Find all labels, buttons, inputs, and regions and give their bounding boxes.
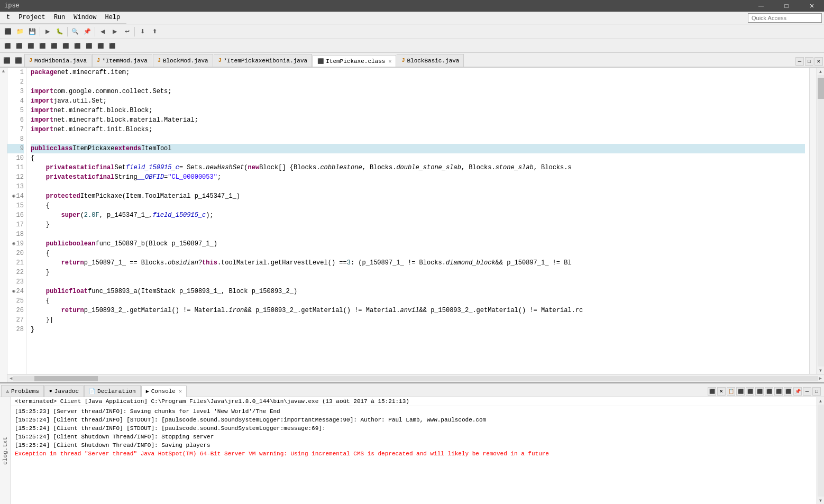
tab-modhib[interactable]: J ModHibonia.java <box>24 54 91 67</box>
console-pin-btn[interactable]: 📌 <box>793 387 802 396</box>
console-line-error: Exception in thread "Server thread" Java… <box>15 450 812 458</box>
menu-item-help[interactable]: Help <box>100 12 124 23</box>
console-maximize-btn[interactable]: □ <box>812 387 821 396</box>
toolbar2-btn4[interactable]: ⬛ <box>37 41 48 51</box>
toolbar2-btn7[interactable]: ⬛ <box>72 41 83 51</box>
toolbar-sep-4 <box>134 27 135 36</box>
console-btn7[interactable]: ⬛ <box>765 387 773 396</box>
bottom-tab-declaration-label: Declaration <box>97 388 136 395</box>
line-num-9: 9 <box>7 144 24 153</box>
hscroll-track[interactable] <box>13 376 818 381</box>
vscroll-track[interactable] <box>818 75 824 366</box>
toolbar-btn-open[interactable]: 📁 <box>14 26 26 38</box>
code-line-25: { <box>31 296 805 306</box>
code-editor[interactable]: package net.minecraft.item; import com.g… <box>26 68 809 374</box>
console-vscroll-down[interactable]: ▼ <box>817 497 825 504</box>
console-terminate-btn[interactable]: ⬛ <box>708 387 716 396</box>
toolbar2-btn8[interactable]: ⬛ <box>84 41 94 51</box>
console-btn4[interactable]: ⬛ <box>736 387 745 396</box>
console-copy-btn[interactable]: 📋 <box>727 387 735 396</box>
editor-scroll-area[interactable]: 1 2 3 4 5 6 7 8 9 10 11 12 13 ◉14 <box>7 68 824 382</box>
console-vscrollbar[interactable]: ▲ ▼ <box>817 397 824 504</box>
code-line-18 <box>31 230 805 239</box>
tab-itempickhib[interactable]: J *ItemPickaxeHibonia.java <box>214 54 312 67</box>
toolbar2-btn6[interactable]: ⬛ <box>60 41 71 51</box>
tab-minimize-btn[interactable]: ─ <box>795 57 804 66</box>
bottom-tab-declaration[interactable]: 📄 Declaration <box>84 385 141 397</box>
console-btn9[interactable]: ⬛ <box>784 387 792 396</box>
menu-item-project[interactable]: Project <box>14 12 49 23</box>
code-line-4: import java.util.Set; <box>31 96 805 106</box>
right-vscrollbar[interactable]: ▲ ▼ <box>817 68 824 374</box>
toolbar2-btn1[interactable]: ⬛ <box>2 41 13 51</box>
bottom-tab-problems[interactable]: ⚠ Problems <box>1 385 44 397</box>
toolbar2-btn2[interactable]: ⬛ <box>14 41 24 51</box>
menu-item-window[interactable]: Window <box>69 12 100 23</box>
tab-maximize-btn[interactable]: □ <box>805 57 813 66</box>
vscroll-up-btn[interactable]: ▲ <box>817 68 825 75</box>
console-vscroll-up[interactable]: ▲ <box>817 397 825 405</box>
minimize-button[interactable]: ─ <box>749 0 773 12</box>
console-btn6[interactable]: ⬛ <box>755 387 764 396</box>
tab-itempick-close[interactable]: ✕ <box>388 58 391 65</box>
toolbar-btn-save[interactable]: 💾 <box>26 26 38 38</box>
bottom-tab-console[interactable]: ▶ Console ✕ <box>141 386 187 397</box>
tab-blockbasic[interactable]: J BlockBasic.java <box>397 54 464 67</box>
hscroll-left-btn[interactable]: ◀ <box>8 375 13 381</box>
hscrollbar[interactable]: ◀ ▶ <box>7 374 824 382</box>
tab-itemmod[interactable]: J *ItemMod.java <box>92 54 152 67</box>
console-line-4: [15:25:24] [Client Shutdown Thread/INFO]… <box>15 433 812 441</box>
bottom-tab-javadoc[interactable]: ● Javadoc <box>44 385 84 397</box>
vscroll-down-btn[interactable]: ▼ <box>817 366 825 374</box>
toolbar-btn-last-edit[interactable]: ↩ <box>121 26 133 38</box>
maximize-button[interactable]: □ <box>774 0 799 12</box>
vscroll-thumb[interactable] <box>818 78 824 99</box>
console-minimize-btn[interactable]: ─ <box>803 387 811 396</box>
hscroll-thumb[interactable] <box>34 376 98 381</box>
hscroll-right-btn[interactable]: ▶ <box>818 375 823 381</box>
toolbar-btn-new[interactable]: ⬛ <box>2 26 14 38</box>
console-output[interactable]: [15:25:23] [Server thread/INFO]: Saving … <box>11 406 817 504</box>
toolbar2-btn5[interactable]: ⬛ <box>49 41 59 51</box>
menu-item-t[interactable]: t <box>2 12 14 23</box>
code-line-8 <box>31 134 805 144</box>
left-breakpoint-margin: ▲ <box>0 68 7 382</box>
console-btn5[interactable]: ⬛ <box>746 387 754 396</box>
menu-item-run[interactable]: Run <box>50 12 70 23</box>
toolbar-btn-forward[interactable]: ▶ <box>109 26 121 38</box>
toolbar2-btn9[interactable]: ⬛ <box>95 41 106 51</box>
code-line-10: { <box>31 153 805 163</box>
code-line-19: public boolean func_150897_b(Block p_150… <box>31 239 805 249</box>
toolbar2-btn3[interactable]: ⬛ <box>25 41 36 51</box>
console-vscroll-track[interactable] <box>818 405 824 497</box>
tab-blockmod[interactable]: J BlockMod.java <box>153 54 213 67</box>
toolbar2-btn10[interactable]: ⬛ <box>107 41 117 51</box>
toolbar-btn-debug[interactable]: 🐛 <box>54 26 66 38</box>
line-num-6: 6 <box>7 115 24 125</box>
code-line-27: }| <box>31 315 805 325</box>
toolbar-btn-ref[interactable]: 📌 <box>81 26 93 38</box>
quick-access-input[interactable] <box>748 13 822 23</box>
tab-left-icon2[interactable]: ⬛ <box>13 54 24 67</box>
console-btn8[interactable]: ⬛ <box>774 387 783 396</box>
toolbar-btn-run[interactable]: ▶ <box>42 26 53 38</box>
toolbar-btn-prev-anno[interactable]: ⬆ <box>149 26 160 38</box>
tab-itempick-active[interactable]: ⬛ ItemPickaxe.class ✕ <box>313 55 396 68</box>
toolbar2: ⬛ ⬛ ⬛ ⬛ ⬛ ⬛ ⬛ ⬛ ⬛ ⬛ <box>0 39 824 53</box>
tab-itemmod-icon: J <box>97 58 100 63</box>
tab-close-btn[interactable]: ✕ <box>814 57 823 66</box>
vscroll-up-left[interactable]: ▲ <box>0 68 7 75</box>
console-clear-btn[interactable]: ✕ <box>717 387 726 396</box>
code-line-17: } <box>31 220 805 230</box>
toolbar-btn-back[interactable]: ◀ <box>97 26 108 38</box>
left-label-text: elog.txt <box>2 437 8 465</box>
toolbar-btn-search[interactable]: 🔍 <box>69 26 81 38</box>
bottom-tab-console-label: Console <box>151 388 176 395</box>
tab-left-icon1[interactable]: ⬛ <box>1 54 13 67</box>
close-button[interactable]: × <box>800 0 824 12</box>
toolbar: ⬛ 📁 💾 ▶ 🐛 🔍 📌 ◀ ▶ ↩ ⬇ ⬆ <box>0 24 824 39</box>
bottom-tab-console-close[interactable]: ✕ <box>179 388 182 395</box>
toolbar-btn-next-anno[interactable]: ⬇ <box>136 26 148 38</box>
tab-itempick-label: ItemPickaxe.class <box>326 58 385 65</box>
code-line-6: import net.minecraft.block.material.Mate… <box>31 115 805 125</box>
